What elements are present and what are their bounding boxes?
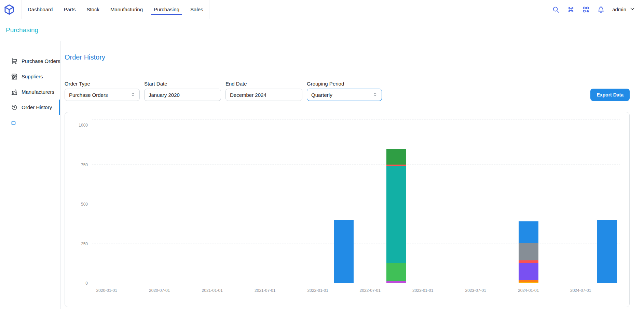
notifications-bell-icon[interactable] bbox=[597, 6, 605, 13]
history-icon bbox=[11, 104, 18, 111]
title-divider bbox=[65, 67, 630, 67]
gridline bbox=[92, 283, 620, 283]
tab-sales[interactable]: Sales bbox=[185, 0, 209, 19]
username: admin bbox=[612, 7, 626, 12]
x-axis-tick-label: 2022-07-01 bbox=[360, 288, 381, 293]
grouping-period-select[interactable]: Quarterly bbox=[307, 89, 382, 101]
gridline bbox=[92, 244, 620, 244]
page-body: Purchase OrdersSuppliersManufacturersOrd… bbox=[0, 41, 644, 309]
bar-segment-dark-green bbox=[386, 149, 406, 164]
building-store-icon bbox=[11, 73, 18, 80]
bar-segment-teal bbox=[386, 166, 406, 263]
bar-segment-gray bbox=[519, 243, 538, 260]
x-axis-tick-label: 2021-07-01 bbox=[255, 288, 275, 293]
shopping-cart-icon bbox=[11, 58, 18, 65]
start-date-input[interactable] bbox=[144, 89, 221, 101]
bar-segment-blue bbox=[597, 220, 617, 283]
sidebar-item-label: Purchase Orders bbox=[22, 58, 60, 64]
tab-parts[interactable]: Parts bbox=[58, 0, 81, 19]
navbar: DashboardPartsStockManufacturingPurchasi… bbox=[0, 0, 644, 19]
gridline bbox=[92, 204, 620, 204]
bar-segment-violet bbox=[519, 263, 538, 280]
grouping-period-field: Grouping Period Quarterly bbox=[307, 81, 382, 101]
tab-dashboard[interactable]: Dashboard bbox=[22, 0, 58, 19]
y-axis-tick-label: 0 bbox=[85, 281, 88, 286]
start-date-field: Start Date bbox=[144, 81, 221, 101]
main-content: Order History Order Type Purchase Orders… bbox=[60, 41, 644, 309]
y-axis-tick-label: 250 bbox=[81, 242, 88, 246]
search-icon[interactable] bbox=[552, 6, 560, 13]
chart-plot: 025050075010002020-01-012020-07-012021-0… bbox=[92, 119, 620, 283]
sidebar-items: Purchase OrdersSuppliersManufacturersOrd… bbox=[0, 53, 60, 115]
sidebar-item-label: Suppliers bbox=[22, 74, 43, 79]
bar-segment-grape bbox=[386, 281, 406, 283]
y-axis-tick-label: 1000 bbox=[79, 123, 88, 128]
chart-card: 025050075010002020-01-012020-07-012021-0… bbox=[65, 112, 630, 307]
y-axis-tick-label: 500 bbox=[81, 202, 88, 207]
filters-bar: Order Type Purchase Orders Start Date En… bbox=[65, 81, 630, 101]
grouping-period-value: Quarterly bbox=[311, 92, 332, 98]
x-axis-tick-label: 2020-01-01 bbox=[96, 288, 117, 293]
order-type-label: Order Type bbox=[65, 81, 140, 87]
sidebar-item-order-history[interactable]: Order History bbox=[0, 100, 60, 115]
chevron-down-icon bbox=[629, 5, 636, 13]
stacked-bar-2022-04-01[interactable] bbox=[334, 119, 354, 283]
sidebar-item-suppliers[interactable]: Suppliers bbox=[0, 69, 60, 84]
x-axis-tick-label: 2023-07-01 bbox=[465, 288, 486, 293]
grouping-period-label: Grouping Period bbox=[307, 81, 382, 87]
select-chevrons-icon bbox=[373, 92, 378, 98]
x-axis-tick-label: 2023-01-01 bbox=[412, 288, 433, 293]
sidebar-item-label: Manufacturers bbox=[22, 89, 54, 95]
order-type-field: Order Type Purchase Orders bbox=[65, 81, 140, 101]
bar-segment-red bbox=[519, 260, 538, 263]
export-data-button[interactable]: Export Data bbox=[590, 89, 630, 101]
tab-manufacturing[interactable]: Manufacturing bbox=[105, 0, 148, 19]
sidebar-item-manufacturers[interactable]: Manufacturers bbox=[0, 84, 60, 100]
order-type-select[interactable]: Purchase Orders bbox=[65, 89, 140, 101]
gridline bbox=[92, 165, 620, 165]
x-axis-tick-label: 2021-01-01 bbox=[202, 288, 223, 293]
sidebar-item-purchase-orders[interactable]: Purchase Orders bbox=[0, 53, 60, 69]
nav-tabs: DashboardPartsStockManufacturingPurchasi… bbox=[22, 0, 209, 19]
end-date-label: End Date bbox=[225, 81, 302, 87]
stacked-bar-2022-10-01[interactable] bbox=[386, 119, 406, 283]
bar-segment-blue bbox=[519, 221, 538, 243]
sidebar-item-label: Order History bbox=[22, 104, 52, 110]
end-date-input[interactable] bbox=[225, 89, 302, 101]
navbar-actions: admin bbox=[552, 5, 636, 13]
sidebar: Purchase OrdersSuppliersManufacturersOrd… bbox=[0, 41, 60, 309]
breadcrumb-purchasing[interactable]: Purchasing bbox=[6, 26, 38, 34]
x-axis-tick-label: 2020-07-01 bbox=[149, 288, 170, 293]
x-axis-tick-label: 2024-07-01 bbox=[570, 288, 591, 293]
tab-stock[interactable]: Stock bbox=[81, 0, 105, 19]
breadcrumb-bar: Purchasing bbox=[0, 19, 644, 41]
qr-scan-icon[interactable] bbox=[582, 6, 590, 13]
order-type-value: Purchase Orders bbox=[69, 92, 108, 98]
factory-icon bbox=[11, 89, 18, 95]
y-axis-tick-label: 750 bbox=[81, 163, 88, 167]
tab-purchasing[interactable]: Purchasing bbox=[148, 0, 185, 19]
bar-segment-green bbox=[386, 263, 406, 281]
start-date-label: Start Date bbox=[144, 81, 221, 87]
app: DashboardPartsStockManufacturingPurchasi… bbox=[0, 0, 644, 309]
inventree-logo-icon[interactable] bbox=[3, 4, 15, 15]
end-date-field: End Date bbox=[225, 81, 302, 101]
gridline bbox=[92, 125, 620, 125]
select-chevrons-icon bbox=[131, 92, 135, 98]
x-axis-tick-label: 2024-01-01 bbox=[518, 288, 539, 293]
bar-segment-blue bbox=[334, 220, 354, 283]
user-menu[interactable]: admin bbox=[612, 5, 636, 13]
stacked-bar-2024-10-01[interactable] bbox=[597, 119, 617, 283]
x-axis-tick-label: 2022-01-01 bbox=[307, 288, 328, 293]
page-title: Order History bbox=[65, 53, 630, 61]
collapse-sidebar-icon[interactable] bbox=[11, 120, 16, 126]
stacked-bar-2024-01-01[interactable] bbox=[519, 119, 538, 283]
bar-segment-yellow bbox=[519, 282, 538, 283]
command-palette-icon[interactable] bbox=[567, 6, 575, 13]
